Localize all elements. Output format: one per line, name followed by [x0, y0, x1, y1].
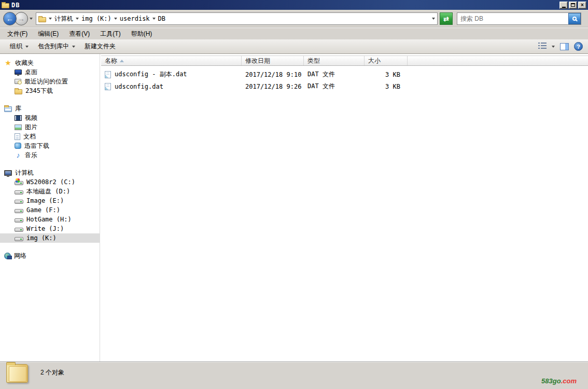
- column-header-size[interactable]: 大小: [365, 56, 408, 65]
- search-button[interactable]: [568, 13, 581, 24]
- breadcrumb[interactable]: 计算机 img (K:) userdisk DB: [36, 12, 438, 25]
- sidebar-item-drive-j[interactable]: Write (J:): [0, 224, 100, 233]
- drive-icon: [15, 228, 23, 232]
- sidebar-item-label: 文档: [23, 132, 36, 141]
- sidebar-item-drive-d[interactable]: 本地磁盘 (D:): [0, 187, 100, 196]
- sidebar-spacer: [0, 160, 100, 168]
- computer-icon: [4, 170, 12, 176]
- file-rows: udsconfig - 副本.dat 2017/12/18 9:10 DAT 文…: [101, 68, 588, 92]
- menu-bar: 文件(F) 编辑(E) 查看(V) 工具(T) 帮助(H): [0, 28, 588, 39]
- breadcrumb-folder-icon: [38, 17, 46, 22]
- breadcrumb-segment-drive[interactable]: img (K:): [81, 15, 111, 22]
- watermark-tld: .com: [561, 377, 577, 385]
- maximize-button[interactable]: [569, 2, 577, 9]
- close-button[interactable]: ×: [578, 2, 586, 9]
- menu-tools[interactable]: 工具(T): [95, 29, 125, 39]
- file-date-modified: 2017/12/18 9:10: [245, 71, 301, 78]
- breadcrumb-chevron-icon[interactable]: [76, 18, 79, 20]
- recent-places-icon: [15, 79, 21, 84]
- sidebar-section-network[interactable]: 网络: [0, 251, 100, 260]
- breadcrumb-chevron-icon[interactable]: [49, 18, 52, 20]
- maximize-icon: [571, 3, 575, 7]
- libraries-icon: [4, 106, 12, 112]
- menu-file[interactable]: 文件(F): [2, 29, 33, 39]
- sidebar-item-music[interactable]: ♪ 音乐: [0, 150, 100, 160]
- menu-view[interactable]: 查看(V): [64, 29, 95, 39]
- address-dropdown-icon[interactable]: [432, 18, 435, 20]
- include-in-library-button[interactable]: 包含到库中: [33, 40, 80, 52]
- views-dropdown-icon[interactable]: [552, 46, 555, 48]
- system-drive-icon: [15, 181, 23, 185]
- history-dropdown-icon[interactable]: [30, 18, 33, 20]
- back-icon: ←: [6, 15, 13, 23]
- navigation-pane: ★ 收藏夹 桌面 最近访问的位置 2345下载 库 视频: [0, 54, 100, 362]
- folder-preview-icon: [6, 364, 28, 383]
- search-input[interactable]: [457, 13, 568, 24]
- breadcrumb-chevron-icon[interactable]: [152, 18, 156, 20]
- column-label: 名称: [105, 57, 117, 65]
- back-button[interactable]: ←: [3, 12, 17, 25]
- organize-button[interactable]: 组织: [5, 40, 33, 52]
- pictures-icon: [15, 124, 22, 130]
- watermark: 583go.com: [541, 377, 577, 385]
- window-folder-icon: [2, 3, 9, 8]
- column-label: 修改日期: [245, 57, 270, 65]
- file-size: 3 KB: [385, 83, 400, 90]
- change-view-button[interactable]: [538, 43, 547, 50]
- file-size: 3 KB: [385, 71, 400, 78]
- sidebar-item-drive-f[interactable]: Game (F:): [0, 205, 100, 215]
- sidebar-section-favorites[interactable]: ★ 收藏夹: [0, 58, 100, 67]
- menu-edit[interactable]: 编辑(E): [33, 29, 64, 39]
- sidebar-item-desktop[interactable]: 桌面: [0, 67, 100, 77]
- file-list: 名称 修改日期 类型 大小 udsconfig - 副: [100, 54, 588, 362]
- folder-icon: [15, 89, 22, 94]
- help-icon[interactable]: ?: [574, 42, 583, 51]
- sidebar-item-label: 本地磁盘 (D:): [26, 187, 70, 196]
- dat-file-icon: [105, 71, 111, 78]
- sidebar-section-label: 收藏夹: [15, 59, 34, 67]
- sidebar-item-videos[interactable]: 视频: [0, 113, 100, 122]
- sidebar-item-drive-e[interactable]: Image (E:): [0, 196, 100, 205]
- sidebar-item-pictures[interactable]: 图片: [0, 122, 100, 132]
- organize-dropdown-icon: [25, 46, 29, 48]
- breadcrumb-segment-computer[interactable]: 计算机: [54, 15, 73, 23]
- minimize-button[interactable]: [559, 2, 568, 9]
- column-header-row: 名称 修改日期 类型 大小: [101, 55, 588, 66]
- menu-help[interactable]: 帮助(H): [126, 29, 158, 39]
- file-date-modified: 2017/12/18 9:26: [245, 83, 301, 90]
- column-header-type[interactable]: 类型: [304, 56, 365, 65]
- dat-file-icon: [105, 83, 111, 90]
- sidebar-item-documents[interactable]: 文档: [0, 132, 100, 141]
- sort-ascending-icon: [120, 60, 124, 62]
- sidebar-item-drive-k[interactable]: img (K:): [0, 233, 100, 243]
- sidebar-section-computer[interactable]: 计算机: [0, 168, 100, 177]
- sidebar-item-drive-c[interactable]: WS2008r2 (C:): [0, 177, 100, 187]
- breadcrumb-chevron-icon[interactable]: [114, 18, 117, 20]
- organize-label: 组织: [10, 42, 22, 51]
- file-row[interactable]: udsconfig.dat 2017/12/18 9:26 DAT 文件 3 K…: [101, 80, 588, 92]
- column-header-name[interactable]: 名称: [101, 56, 242, 65]
- column-header-date-modified[interactable]: 修改日期: [242, 56, 304, 65]
- sidebar-item-label: Game (F:): [26, 206, 60, 214]
- search-icon: [572, 17, 577, 21]
- minimize-icon: [562, 7, 566, 8]
- sidebar-item-label: Image (E:): [26, 197, 64, 204]
- breadcrumb-segment-userdisk[interactable]: userdisk: [120, 15, 150, 22]
- documents-icon: [15, 133, 20, 140]
- breadcrumb-segment-db[interactable]: DB: [158, 15, 165, 22]
- sidebar-item-xunlei-downloads[interactable]: 迅雷下载: [0, 141, 100, 150]
- include-in-library-label: 包含到库中: [38, 42, 69, 51]
- refresh-button[interactable]: ⇄: [440, 12, 453, 25]
- include-dropdown-icon: [72, 46, 75, 48]
- sidebar-item-drive-h[interactable]: HotGame (H:): [0, 215, 100, 224]
- sidebar-item-recent-places[interactable]: 最近访问的位置: [0, 77, 100, 86]
- file-row[interactable]: udsconfig - 副本.dat 2017/12/18 9:10 DAT 文…: [101, 68, 588, 80]
- new-folder-button[interactable]: 新建文件夹: [80, 40, 120, 52]
- window-title: DB: [11, 2, 20, 9]
- sidebar-item-2345-downloads[interactable]: 2345下载: [0, 86, 100, 95]
- sidebar-item-label: WS2008r2 (C:): [26, 178, 75, 186]
- preview-pane-button[interactable]: [560, 43, 569, 50]
- sidebar-section-libraries[interactable]: 库: [0, 104, 100, 113]
- drive-icon: [15, 200, 23, 204]
- desktop-icon: [15, 70, 22, 75]
